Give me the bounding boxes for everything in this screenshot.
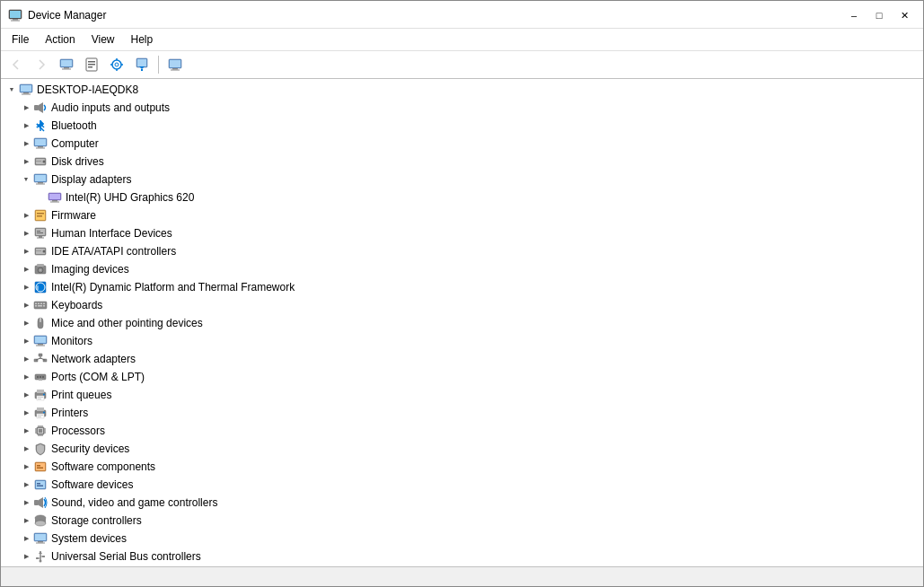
tree-item-printers[interactable]: Printers bbox=[1, 404, 923, 422]
tree-item-hid[interactable]: Human Interface Devices bbox=[1, 224, 923, 242]
svg-rect-97 bbox=[38, 397, 43, 398]
network-expand-arrow bbox=[19, 352, 33, 366]
computer-label: Computer bbox=[51, 136, 99, 152]
back-button[interactable] bbox=[4, 54, 28, 75]
disk-label: Disk drives bbox=[51, 153, 104, 170]
display-view-button[interactable] bbox=[163, 54, 187, 75]
tree-item-ide[interactable]: IDE ATA/ATAPI controllers bbox=[1, 242, 923, 260]
menu-view[interactable]: View bbox=[84, 31, 122, 48]
tree-item-audio[interactable]: Audio inputs and outputs bbox=[1, 99, 923, 117]
mouse-label: Mice and other pointing devices bbox=[51, 315, 203, 331]
svg-rect-41 bbox=[35, 175, 46, 181]
tree-root[interactable]: DESKTOP-IAEQDK8 bbox=[1, 81, 923, 99]
svg-rect-42 bbox=[38, 182, 43, 184]
svg-rect-55 bbox=[37, 232, 43, 233]
svg-rect-7 bbox=[62, 69, 71, 70]
tree-item-printq[interactable]: Print queues bbox=[1, 386, 923, 404]
tree-item-display[interactable]: Display adapters bbox=[1, 171, 923, 188]
bluetooth-icon bbox=[33, 118, 48, 133]
svg-rect-76 bbox=[43, 305, 45, 307]
ide-label: IDE ATA/ATAPI controllers bbox=[51, 243, 176, 259]
svg-point-65 bbox=[40, 269, 42, 272]
tree-item-storage[interactable]: Storage controllers bbox=[1, 512, 923, 530]
ports-icon bbox=[33, 370, 48, 384]
tree-item-graphics[interactable]: Intel(R) UHD Graphics 620 bbox=[1, 188, 923, 206]
svg-point-133 bbox=[35, 521, 46, 526]
window-title: Device Manager bbox=[28, 9, 106, 22]
menu-action[interactable]: Action bbox=[38, 31, 82, 48]
svg-rect-2 bbox=[13, 19, 18, 21]
svg-rect-33 bbox=[35, 139, 46, 145]
ports-label: Ports (COM & LPT) bbox=[51, 369, 145, 385]
update-driver-button[interactable] bbox=[130, 54, 154, 75]
scan-button[interactable] bbox=[105, 54, 128, 75]
svg-point-91 bbox=[40, 376, 41, 378]
svg-rect-137 bbox=[36, 543, 45, 544]
device-tree-area[interactable]: DESKTOP-IAEQDK8 Audio inputs and outputs bbox=[1, 79, 923, 566]
audio-expand-arrow bbox=[19, 101, 33, 115]
tree-item-ports[interactable]: Ports (COM & LPT) bbox=[1, 368, 923, 386]
svg-rect-70 bbox=[35, 303, 37, 305]
svg-rect-57 bbox=[37, 238, 44, 239]
softdev-icon bbox=[33, 477, 48, 492]
tree-item-security[interactable]: Security devices bbox=[1, 440, 923, 458]
svg-rect-63 bbox=[37, 264, 44, 267]
toolbar bbox=[1, 51, 923, 79]
tree-item-processors[interactable]: Processors bbox=[1, 422, 923, 440]
printq-expand-arrow bbox=[19, 388, 33, 402]
tree-item-intel[interactable]: i Intel(R) Dynamic Platform and Thermal … bbox=[1, 278, 923, 296]
tree-item-sound[interactable]: Sound, video and game controllers bbox=[1, 494, 923, 512]
keyboard-label: Keyboards bbox=[51, 297, 102, 313]
status-bar bbox=[1, 566, 923, 586]
minimize-button[interactable]: – bbox=[842, 6, 866, 24]
tree-item-computer[interactable]: Computer bbox=[1, 135, 923, 153]
security-label: Security devices bbox=[51, 441, 129, 457]
svg-rect-21 bbox=[141, 69, 143, 71]
svg-rect-72 bbox=[40, 303, 42, 305]
sound-icon bbox=[33, 495, 48, 510]
svg-rect-10 bbox=[88, 64, 95, 66]
svg-rect-104 bbox=[38, 416, 41, 417]
tree-item-usb[interactable]: Universal Serial Bus controllers bbox=[1, 548, 923, 565]
tree-item-mouse[interactable]: Mice and other pointing devices bbox=[1, 314, 923, 332]
printers-expand-arrow bbox=[19, 406, 33, 420]
svg-rect-25 bbox=[171, 70, 180, 71]
network-label: Network adapters bbox=[51, 351, 136, 367]
processors-label: Processors bbox=[51, 423, 105, 439]
tree-item-softdev[interactable]: Software devices bbox=[1, 476, 923, 494]
firmware-icon bbox=[33, 208, 48, 223]
svg-rect-47 bbox=[50, 202, 59, 203]
ide-icon bbox=[33, 244, 48, 258]
svg-rect-28 bbox=[23, 92, 29, 94]
maximize-button[interactable]: □ bbox=[867, 6, 891, 24]
svg-rect-102 bbox=[37, 414, 44, 418]
tree-item-firmware[interactable]: Firmware bbox=[1, 206, 923, 224]
svg-point-99 bbox=[43, 394, 45, 396]
tree-item-imaging[interactable]: Imaging devices bbox=[1, 260, 923, 278]
tree-item-disk[interactable]: Disk drives bbox=[1, 153, 923, 171]
menu-file[interactable]: File bbox=[4, 31, 36, 48]
tree-item-monitors[interactable]: Monitors bbox=[1, 332, 923, 350]
tree-item-softcomp[interactable]: Software components bbox=[1, 458, 923, 476]
tree-item-system[interactable]: System devices bbox=[1, 530, 923, 548]
svg-rect-46 bbox=[52, 200, 57, 202]
menu-help[interactable]: Help bbox=[124, 31, 161, 48]
mouse-expand-arrow bbox=[19, 316, 33, 330]
tree-item-bluetooth[interactable]: Bluetooth bbox=[1, 117, 923, 135]
graphics-expand-arrow bbox=[33, 190, 48, 205]
sound-expand-arrow bbox=[19, 495, 33, 510]
close-button[interactable]: ✕ bbox=[893, 6, 916, 24]
svg-rect-126 bbox=[36, 481, 45, 488]
svg-rect-45 bbox=[49, 194, 60, 199]
imaging-icon bbox=[33, 262, 48, 276]
svg-rect-27 bbox=[21, 85, 31, 92]
tree-item-network[interactable]: Network adapters bbox=[1, 350, 923, 368]
tree-item-keyboard[interactable]: Keyboards bbox=[1, 296, 923, 314]
computer-toolbar-button[interactable] bbox=[55, 54, 78, 75]
audio-icon bbox=[33, 101, 48, 115]
svg-rect-75 bbox=[38, 305, 42, 307]
properties-button[interactable] bbox=[80, 54, 103, 75]
forward-button[interactable] bbox=[30, 54, 53, 75]
security-expand-arrow bbox=[19, 442, 33, 456]
root-label: DESKTOP-IAEQDK8 bbox=[37, 82, 138, 98]
